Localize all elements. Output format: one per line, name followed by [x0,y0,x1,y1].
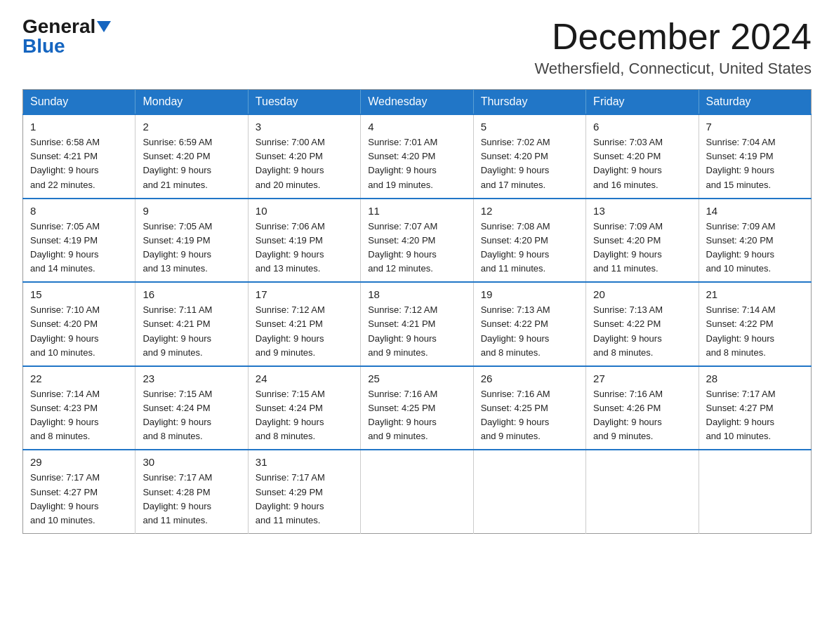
calendar-week-row: 15 Sunrise: 7:10 AMSunset: 4:20 PMDaylig… [23,282,812,366]
calendar-cell [361,450,473,533]
day-info: Sunrise: 7:16 AMSunset: 4:25 PMDaylight:… [481,389,550,441]
day-info: Sunrise: 7:15 AMSunset: 4:24 PMDaylight:… [256,389,325,441]
day-number: 21 [706,288,804,300]
day-number: 29 [30,456,128,468]
logo-triangle-icon [97,21,111,32]
day-info: Sunrise: 7:12 AMSunset: 4:21 PMDaylight:… [256,304,325,357]
day-number: 16 [143,288,240,300]
calendar-cell [473,450,585,533]
calendar-cell: 15 Sunrise: 7:10 AMSunset: 4:20 PMDaylig… [23,282,135,366]
calendar-subtitle: Wethersfield, Connecticut, United States [534,60,812,78]
day-number: 27 [593,373,691,384]
day-info: Sunrise: 7:15 AMSunset: 4:24 PMDaylight:… [143,389,212,441]
day-info: Sunrise: 7:17 AMSunset: 4:27 PMDaylight:… [30,472,100,525]
day-info: Sunrise: 7:11 AMSunset: 4:21 PMDaylight:… [143,304,212,357]
calendar-title: December 2024 [534,17,812,57]
calendar-cell: 16 Sunrise: 7:11 AMSunset: 4:21 PMDaylig… [135,282,248,366]
day-number: 13 [593,205,691,217]
day-info: Sunrise: 7:17 AMSunset: 4:27 PMDaylight:… [706,389,776,441]
calendar-cell: 1 Sunrise: 6:58 AMSunset: 4:21 PMDayligh… [23,114,135,199]
day-number: 24 [256,373,353,384]
day-number: 22 [30,373,128,384]
day-number: 26 [481,373,578,384]
day-number: 20 [593,288,691,300]
day-number: 12 [481,205,578,217]
day-number: 28 [706,373,804,384]
day-info: Sunrise: 7:09 AMSunset: 4:20 PMDaylight:… [706,221,776,274]
day-number: 30 [143,456,240,468]
header-day-thursday: Thursday [473,90,585,115]
logo-general: General [22,17,95,36]
day-number: 25 [368,373,465,384]
day-info: Sunrise: 7:12 AMSunset: 4:21 PMDaylight:… [368,304,437,357]
calendar-cell: 19 Sunrise: 7:13 AMSunset: 4:22 PMDaylig… [473,282,585,366]
header-day-wednesday: Wednesday [361,90,473,115]
calendar-cell: 12 Sunrise: 7:08 AMSunset: 4:20 PMDaylig… [473,199,585,283]
day-info: Sunrise: 7:10 AMSunset: 4:20 PMDaylight:… [30,304,100,357]
logo-blue: Blue [22,35,65,57]
day-info: Sunrise: 7:09 AMSunset: 4:20 PMDaylight:… [593,221,663,274]
day-info: Sunrise: 7:05 AMSunset: 4:19 PMDaylight:… [30,221,100,274]
logo: General Blue [22,17,111,56]
day-number: 10 [256,205,353,217]
day-number: 6 [593,121,691,133]
calendar-cell: 4 Sunrise: 7:01 AMSunset: 4:20 PMDayligh… [361,114,473,199]
calendar-week-row: 29 Sunrise: 7:17 AMSunset: 4:27 PMDaylig… [23,450,812,533]
day-number: 8 [30,205,128,217]
day-info: Sunrise: 7:07 AMSunset: 4:20 PMDaylight:… [368,221,437,274]
day-info: Sunrise: 7:13 AMSunset: 4:22 PMDaylight:… [593,304,663,357]
calendar-cell: 10 Sunrise: 7:06 AMSunset: 4:19 PMDaylig… [248,199,360,283]
calendar-cell: 29 Sunrise: 7:17 AMSunset: 4:27 PMDaylig… [23,450,135,533]
calendar-cell: 28 Sunrise: 7:17 AMSunset: 4:27 PMDaylig… [699,366,811,450]
day-number: 4 [368,121,465,133]
day-info: Sunrise: 7:17 AMSunset: 4:29 PMDaylight:… [256,472,325,525]
day-info: Sunrise: 7:06 AMSunset: 4:19 PMDaylight:… [256,221,325,274]
calendar-cell [586,450,699,533]
calendar-cell: 21 Sunrise: 7:14 AMSunset: 4:22 PMDaylig… [699,282,811,366]
calendar-cell: 17 Sunrise: 7:12 AMSunset: 4:21 PMDaylig… [248,282,360,366]
calendar-cell: 7 Sunrise: 7:04 AMSunset: 4:19 PMDayligh… [699,114,811,199]
header-day-saturday: Saturday [699,90,811,115]
calendar-cell: 23 Sunrise: 7:15 AMSunset: 4:24 PMDaylig… [135,366,248,450]
day-info: Sunrise: 7:00 AMSunset: 4:20 PMDaylight:… [256,137,325,189]
day-number: 31 [256,456,353,468]
calendar-week-row: 1 Sunrise: 6:58 AMSunset: 4:21 PMDayligh… [23,114,812,199]
calendar-cell: 13 Sunrise: 7:09 AMSunset: 4:20 PMDaylig… [586,199,699,283]
calendar-cell: 14 Sunrise: 7:09 AMSunset: 4:20 PMDaylig… [699,199,811,283]
day-number: 17 [256,288,353,300]
day-number: 3 [256,121,353,133]
day-info: Sunrise: 7:16 AMSunset: 4:25 PMDaylight:… [368,389,437,441]
calendar-cell: 24 Sunrise: 7:15 AMSunset: 4:24 PMDaylig… [248,366,360,450]
header-day-sunday: Sunday [23,90,135,115]
calendar-header-row: SundayMondayTuesdayWednesdayThursdayFrid… [23,90,812,115]
calendar-cell: 2 Sunrise: 6:59 AMSunset: 4:20 PMDayligh… [135,114,248,199]
header-day-friday: Friday [586,90,699,115]
calendar-cell: 18 Sunrise: 7:12 AMSunset: 4:21 PMDaylig… [361,282,473,366]
calendar-week-row: 22 Sunrise: 7:14 AMSunset: 4:23 PMDaylig… [23,366,812,450]
day-info: Sunrise: 7:17 AMSunset: 4:28 PMDaylight:… [143,472,212,525]
day-info: Sunrise: 7:16 AMSunset: 4:26 PMDaylight:… [593,389,663,441]
day-info: Sunrise: 6:59 AMSunset: 4:20 PMDaylight:… [143,137,212,189]
calendar-cell [699,450,811,533]
calendar-header: SundayMondayTuesdayWednesdayThursdayFrid… [23,90,812,115]
calendar-cell: 6 Sunrise: 7:03 AMSunset: 4:20 PMDayligh… [586,114,699,199]
calendar-table: SundayMondayTuesdayWednesdayThursdayFrid… [22,89,812,534]
day-number: 15 [30,288,128,300]
calendar-cell: 11 Sunrise: 7:07 AMSunset: 4:20 PMDaylig… [361,199,473,283]
calendar-week-row: 8 Sunrise: 7:05 AMSunset: 4:19 PMDayligh… [23,199,812,283]
day-info: Sunrise: 7:01 AMSunset: 4:20 PMDaylight:… [368,137,437,189]
calendar-cell: 26 Sunrise: 7:16 AMSunset: 4:25 PMDaylig… [473,366,585,450]
header-day-tuesday: Tuesday [248,90,360,115]
calendar-body: 1 Sunrise: 6:58 AMSunset: 4:21 PMDayligh… [23,114,812,533]
day-info: Sunrise: 7:08 AMSunset: 4:20 PMDaylight:… [481,221,550,274]
day-info: Sunrise: 7:14 AMSunset: 4:22 PMDaylight:… [706,304,776,357]
calendar-cell: 30 Sunrise: 7:17 AMSunset: 4:28 PMDaylig… [135,450,248,533]
calendar-cell: 22 Sunrise: 7:14 AMSunset: 4:23 PMDaylig… [23,366,135,450]
calendar-cell: 3 Sunrise: 7:00 AMSunset: 4:20 PMDayligh… [248,114,360,199]
day-number: 2 [143,121,240,133]
day-number: 5 [481,121,578,133]
calendar-cell: 8 Sunrise: 7:05 AMSunset: 4:19 PMDayligh… [23,199,135,283]
calendar-cell: 9 Sunrise: 7:05 AMSunset: 4:19 PMDayligh… [135,199,248,283]
calendar-cell: 5 Sunrise: 7:02 AMSunset: 4:20 PMDayligh… [473,114,585,199]
day-number: 19 [481,288,578,300]
